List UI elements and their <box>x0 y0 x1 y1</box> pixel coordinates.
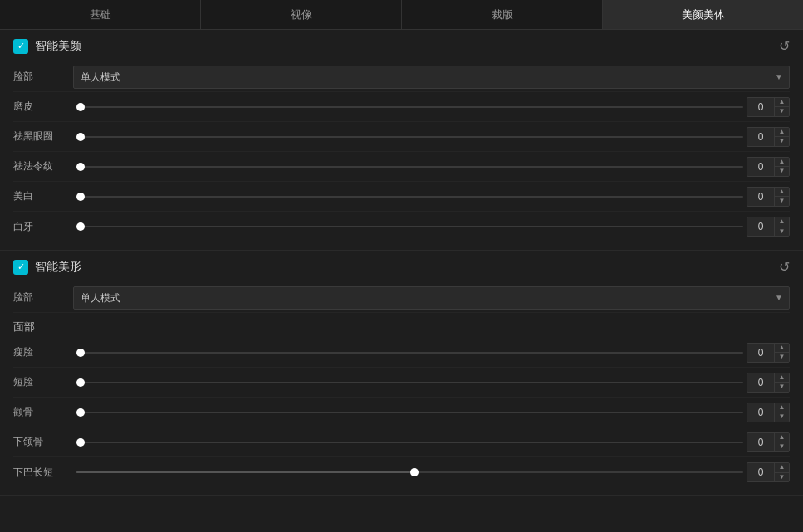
spinner-down-xiaba-changduan[interactable]: ▼ <box>775 473 789 482</box>
number-input-meibai: ▲ ▼ <box>747 187 790 207</box>
slider-row-baiya: 白牙 ▲ ▼ <box>13 212 790 242</box>
number-field-shoulian[interactable] <box>747 347 774 359</box>
number-field-xiahegu[interactable] <box>747 437 774 448</box>
spinner-up-duanlian[interactable]: ▲ <box>775 373 789 383</box>
number-input-duanlian: ▲ ▼ <box>747 373 790 393</box>
beauty-face-reset-icon[interactable]: ↺ <box>779 38 790 54</box>
number-field-meibai[interactable] <box>747 191 774 203</box>
slider-track-meibai[interactable] <box>76 196 743 198</box>
number-field-duanlian[interactable] <box>747 377 774 388</box>
spinner-up-xiahegu[interactable]: ▲ <box>775 433 789 443</box>
spinner-down-eggu[interactable]: ▼ <box>775 412 789 422</box>
spinners-mopi: ▲ ▼ <box>774 98 789 116</box>
slider-label-zhuheiyan: 祛黑眼圈 <box>13 129 73 144</box>
slider-thumb-eggu[interactable] <box>76 408 85 417</box>
number-field-baiya[interactable] <box>747 221 774 232</box>
content-area: ✓ 智能美颜 ↺ 脸部 单人模式 多人模式 ▼ 磨皮 <box>0 30 803 532</box>
slider-label-shoulian: 瘦脸 <box>13 345 73 359</box>
slider-label-duanlian: 短脸 <box>13 375 73 389</box>
spinner-up-zhuheiyan[interactable]: ▲ <box>775 128 789 138</box>
tab-basic[interactable]: 基础 <box>0 0 201 29</box>
beauty-shape-face-label: 脸部 <box>13 290 73 305</box>
number-field-xiaba-changduan[interactable] <box>747 466 774 478</box>
spinner-down-zhuheiyan[interactable]: ▼ <box>775 137 789 146</box>
slider-thumb-xiaba-changduan[interactable] <box>410 468 419 476</box>
slider-track-baiya[interactable] <box>76 226 743 227</box>
slider-track-mopi-wrapper <box>73 106 747 108</box>
spinner-down-falingwen[interactable]: ▼ <box>775 167 789 176</box>
slider-track-meibai-wrapper <box>73 196 747 198</box>
tab-image[interactable]: 视像 <box>201 0 402 29</box>
spinner-up-baiya[interactable]: ▲ <box>775 217 789 227</box>
slider-row-xiaba-changduan: 下巴长短 ▲ ▼ <box>13 457 790 487</box>
slider-thumb-falingwen[interactable] <box>76 163 85 171</box>
slider-thumb-meibai[interactable] <box>76 193 85 201</box>
spinner-down-baiya[interactable]: ▼ <box>775 227 789 237</box>
slider-track-shoulian-wrapper <box>73 352 747 354</box>
slider-label-xiahegu: 下颌骨 <box>13 435 73 449</box>
spinners-shoulian: ▲ ▼ <box>774 344 789 362</box>
spinner-up-xiaba-changduan[interactable]: ▲ <box>775 463 789 473</box>
slider-thumb-baiya[interactable] <box>76 222 85 231</box>
slider-thumb-shoulian[interactable] <box>76 349 85 357</box>
slider-row-zhuheiyan: 祛黑眼圈 ▲ ▼ <box>13 122 790 152</box>
slider-row-xiahegu: 下颌骨 ▲ ▼ <box>13 427 790 457</box>
slider-label-eggu: 颧骨 <box>13 405 73 419</box>
number-input-falingwen: ▲ ▼ <box>747 157 790 177</box>
beauty-shape-face-row: 脸部 单人模式 多人模式 ▼ <box>13 283 790 313</box>
number-input-eggu: ▲ ▼ <box>747 403 790 422</box>
slider-thumb-mopi[interactable] <box>76 103 85 111</box>
slider-row-mopi: 磨皮 ▲ ▼ <box>13 92 790 122</box>
slider-row-eggu: 颧骨 ▲ ▼ <box>13 398 790 427</box>
beauty-shape-checkbox[interactable]: ✓ <box>13 260 28 275</box>
spinner-down-mopi[interactable]: ▼ <box>775 107 789 116</box>
spinner-down-shoulian[interactable]: ▼ <box>775 353 789 362</box>
beauty-shape-section: ✓ 智能美形 ↺ 脸部 单人模式 多人模式 ▼ 面部 瘦脸 <box>0 251 803 496</box>
slider-track-xiahegu[interactable] <box>76 442 743 443</box>
beauty-shape-reset-icon[interactable]: ↺ <box>779 259 790 275</box>
number-input-xiaba-changduan: ▲ ▼ <box>747 462 790 482</box>
beauty-face-mode-select[interactable]: 单人模式 多人模式 <box>73 66 790 89</box>
slider-track-xiahegu-wrapper <box>73 442 747 443</box>
section-header-beauty-shape: ✓ 智能美形 ↺ <box>13 259 790 275</box>
number-field-mopi[interactable] <box>747 101 774 113</box>
beauty-face-checkbox[interactable]: ✓ <box>13 39 28 54</box>
slider-track-xiaba-changduan[interactable] <box>76 471 743 473</box>
number-field-eggu[interactable] <box>747 407 774 418</box>
spinner-up-mopi[interactable]: ▲ <box>775 98 789 108</box>
spinner-up-shoulian[interactable]: ▲ <box>775 344 789 354</box>
spinners-xiaba-changduan: ▲ ▼ <box>774 463 789 481</box>
spinner-down-duanlian[interactable]: ▼ <box>775 383 789 392</box>
slider-track-zhuheiyan[interactable] <box>76 136 743 138</box>
tab-beauty[interactable]: 美颜美体 <box>603 0 803 29</box>
spinner-up-eggu[interactable]: ▲ <box>775 403 789 413</box>
spinner-up-falingwen[interactable]: ▲ <box>775 158 789 168</box>
beauty-shape-mode-wrapper: 单人模式 多人模式 ▼ <box>73 286 790 310</box>
slider-track-eggu[interactable] <box>76 412 743 413</box>
spinner-down-meibai[interactable]: ▼ <box>775 197 789 206</box>
slider-track-zhuheiyan-wrapper <box>73 136 747 138</box>
slider-label-mopi: 磨皮 <box>13 100 73 114</box>
slider-track-mopi[interactable] <box>76 106 743 108</box>
beauty-shape-title: 智能美形 <box>35 260 81 275</box>
slider-track-shoulian[interactable] <box>76 352 743 354</box>
beauty-shape-mode-select[interactable]: 单人模式 多人模式 <box>73 286 790 310</box>
spinner-up-meibai[interactable]: ▲ <box>775 188 789 198</box>
slider-track-falingwen[interactable] <box>76 166 743 168</box>
slider-thumb-duanlian[interactable] <box>76 378 85 387</box>
sub-section-label-mianbu: 面部 <box>13 313 790 338</box>
tab-layout[interactable]: 裁版 <box>402 0 603 29</box>
slider-thumb-xiahegu[interactable] <box>76 438 85 447</box>
number-field-zhuheiyan[interactable] <box>747 131 774 143</box>
spinner-down-xiahegu[interactable]: ▼ <box>775 442 789 451</box>
beauty-face-face-label: 脸部 <box>13 70 73 84</box>
slider-track-falingwen-wrapper <box>73 166 747 168</box>
beauty-face-mode-wrapper: 单人模式 多人模式 ▼ <box>73 66 790 89</box>
slider-thumb-zhuheiyan[interactable] <box>76 133 85 141</box>
slider-track-duanlian[interactable] <box>76 382 743 383</box>
number-input-shoulian: ▲ ▼ <box>747 343 790 363</box>
slider-row-shoulian: 瘦脸 ▲ ▼ <box>13 338 790 368</box>
number-field-falingwen[interactable] <box>747 161 774 173</box>
beauty-face-section: ✓ 智能美颜 ↺ 脸部 单人模式 多人模式 ▼ 磨皮 <box>0 30 803 251</box>
section-header-beauty-face: ✓ 智能美颜 ↺ <box>13 38 790 54</box>
